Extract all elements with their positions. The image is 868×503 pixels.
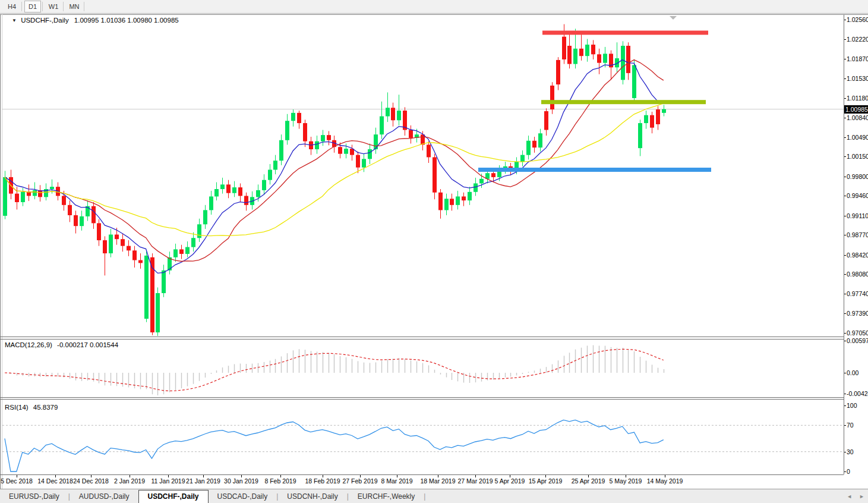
price-axis-label: 1.00490 [847, 134, 868, 141]
rsi-axis-label-tick [844, 425, 846, 426]
price-axis-label-tick [844, 313, 846, 314]
tab-audusd-daily[interactable]: AUDUSD-,Daily [70, 489, 138, 503]
macd-axis-label-tick [844, 341, 846, 341]
price-axis-label: 0.98770 [847, 231, 868, 238]
rsi-panel-label: RSI(14) 45.8379 [5, 404, 58, 411]
tab-usdcnh-daily[interactable]: USDCNH-,Daily [278, 489, 346, 503]
macd-values: -0.000217 0.001544 [57, 341, 118, 348]
timeframe-button-d1[interactable]: D1 [24, 1, 41, 12]
chart-symbol-label: USDCHF-,Daily [21, 17, 69, 24]
price-axis-label-tick [844, 118, 846, 118]
tab-eurchf-weekly[interactable]: EURCHF-,Weekly [349, 489, 424, 503]
chart-ohlc-values: 1.00995 1.01036 1.00980 1.00985 [74, 17, 179, 24]
toolbar-separator [84, 2, 84, 11]
price-axis-label-tick [844, 177, 846, 177]
panel-splitter-rsi-top-b[interactable] [0, 399, 844, 400]
panel-splitter-rsi-top-a[interactable] [0, 397, 844, 398]
price-axis-label: 0.99800 [847, 173, 868, 180]
price-axis-label: 0.98080 [847, 271, 868, 278]
tab-separator: | [424, 492, 425, 501]
chart-collapse-icon[interactable]: ▼ [12, 18, 17, 23]
price-axis-label-tick [844, 78, 846, 79]
price-axis-label: 1.02220 [847, 36, 868, 43]
tab-eurusd-daily[interactable]: EURUSD-,Daily [0, 489, 68, 503]
tab-scroll-controls: ◄ ► [847, 489, 864, 503]
tab-scroll-right-icon[interactable]: ► [859, 493, 864, 499]
window-left-border [2, 14, 2, 489]
price-axis-label: 1.02560 [847, 16, 868, 23]
price-axis-label-tick [844, 20, 846, 20]
tab-usdchf-daily[interactable]: USDCHF-,Daily [138, 490, 209, 503]
current-price-tag: 1.00985 [844, 105, 868, 114]
panel-splitter-macd-top-a[interactable] [0, 337, 844, 337]
price-axis-label: 0.97050 [847, 329, 868, 337]
price-axis-label-tick [844, 255, 846, 256]
chart-title: ▼ USDCHF-,Daily 1.00995 1.01036 1.00980 … [12, 17, 179, 24]
price-axis-label: 1.00150 [847, 153, 868, 160]
price-axis-label-tick [844, 137, 846, 138]
price-axis-label: 1.01530 [847, 75, 868, 82]
rsi-axis-label-tick [844, 471, 846, 472]
macd-axis-label: -0.00424 [847, 390, 868, 397]
panel-splitter-macd-top-b[interactable] [0, 339, 844, 339]
terminal-root: H4D1W1MN ▼ USDCHF-,Daily 1.00995 1.01036… [0, 0, 868, 503]
rsi-label: RSI(14) [5, 404, 29, 411]
price-axis-label: 0.97390 [847, 310, 868, 317]
price-axis-label-tick [844, 59, 846, 59]
date-label: 14 May 2019 [640, 477, 690, 485]
price-axis-label: 0.99460 [847, 192, 868, 199]
price-axis-label-tick [844, 294, 846, 294]
chart-window[interactable] [0, 14, 868, 490]
tab-scroll-left-icon[interactable]: ◄ [847, 493, 852, 499]
price-axis-label-tick [844, 216, 846, 216]
price-axis-label-tick [844, 39, 846, 40]
macd-axis-label-tick [844, 394, 846, 394]
rsi-value: 45.8379 [33, 404, 58, 411]
price-axis-label: 1.01870 [847, 55, 868, 62]
toolbar-separator [21, 2, 22, 11]
rsi-axis-label: 0 [847, 468, 850, 475]
rsi-axis-label: 100 [847, 402, 857, 409]
rsi-axis-label: 30 [847, 448, 854, 455]
timeframe-button-w1[interactable]: W1 [45, 1, 62, 12]
rsi-axis-label: 70 [847, 422, 854, 429]
price-axis-label: 0.97740 [847, 290, 868, 297]
price-axis-label: 0.99110 [847, 212, 868, 219]
rsi-axis-label-tick [844, 405, 846, 406]
price-axis-label-tick [844, 98, 846, 99]
macd-panel-label: MACD(12,26,9) -0.000217 0.001544 [5, 341, 118, 348]
macd-label: MACD(12,26,9) [5, 341, 52, 348]
price-axis-label-tick [844, 274, 846, 275]
timeframe-button-mn[interactable]: MN [66, 1, 83, 12]
price-axis-label: 0.98420 [847, 252, 868, 259]
price-axis-label: 1.00840 [847, 114, 868, 121]
timeframe-toolbar: H4D1W1MN [0, 0, 868, 14]
price-axis-label-tick [844, 333, 846, 334]
toolbar-separator [63, 2, 64, 11]
macd-axis-label-tick [844, 373, 846, 373]
price-axis-label-tick [844, 235, 846, 235]
panel-bottom-border [0, 474, 844, 475]
toolbar-separator [42, 2, 43, 11]
chart-tabbar: EURUSD-,Daily|AUDUSD-,DailyUSDCHF-,Daily… [0, 489, 868, 503]
rsi-axis-label-tick [844, 452, 846, 452]
macd-axis-label: 0.00 [847, 369, 858, 376]
tab-usdcad-daily[interactable]: USDCAD-,Daily [209, 489, 277, 503]
price-axis-label-tick [844, 156, 846, 157]
price-axis-label-tick [844, 196, 846, 196]
price-axis-label: 1.01180 [847, 95, 868, 102]
macd-axis-label: 0.00597 [847, 337, 868, 344]
timeframe-button-h4[interactable]: H4 [4, 1, 20, 12]
